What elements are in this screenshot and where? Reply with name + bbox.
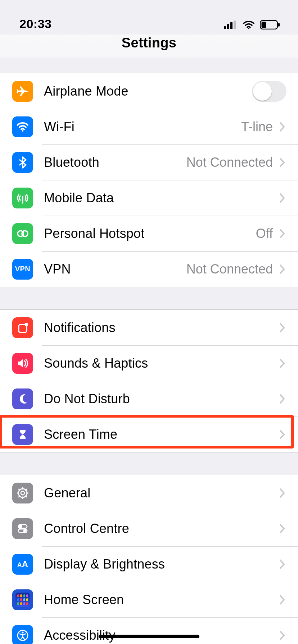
svg-point-4 — [248, 28, 249, 29]
chevron-right-icon — [278, 157, 286, 168]
row-value: Not Connected — [186, 262, 273, 277]
row-label: Control Centre — [44, 521, 129, 536]
chevron-right-icon — [278, 358, 286, 369]
row-label: Wi-Fi — [44, 119, 74, 134]
status-time: 20:33 — [19, 17, 51, 31]
row-label: Personal Hotspot — [44, 226, 144, 241]
chevron-right-icon — [278, 121, 286, 132]
hotspot-icon — [12, 223, 33, 244]
hourglass-icon — [12, 424, 33, 445]
row-label: Notifications — [44, 320, 116, 335]
chevron-right-icon — [278, 429, 286, 440]
row-mobile-data[interactable]: Mobile Data — [0, 180, 298, 216]
text-size-icon: AA — [12, 554, 33, 575]
svg-line-23 — [19, 496, 20, 497]
svg-point-30 — [22, 631, 23, 633]
switches-icon — [12, 518, 33, 539]
nav-bar: Settings — [0, 34, 298, 58]
row-screen-time[interactable]: Screen Time — [0, 417, 298, 452]
row-airplane-mode[interactable]: Airplane Mode — [0, 73, 298, 109]
notifications-icon — [12, 317, 33, 338]
row-control-centre[interactable]: Control Centre — [0, 511, 298, 546]
row-sounds-haptics[interactable]: Sounds & Haptics — [0, 345, 298, 381]
row-value: Off — [256, 226, 273, 241]
section-spacer — [0, 452, 298, 475]
chevron-right-icon — [278, 228, 286, 239]
status-indicators — [224, 20, 280, 31]
row-display-brightness[interactable]: AA Display & Brightness — [0, 546, 298, 582]
row-notifications[interactable]: Notifications — [0, 310, 298, 345]
moon-icon — [12, 388, 33, 409]
row-label: Screen Time — [44, 427, 117, 442]
chevron-right-icon — [278, 394, 286, 404]
svg-line-24 — [26, 489, 27, 490]
svg-rect-6 — [262, 22, 266, 28]
row-label: General — [44, 486, 90, 501]
svg-rect-3 — [234, 20, 236, 29]
settings-group-connectivity: Airplane Mode Wi-Fi T-line Bluetooth Not… — [0, 73, 298, 287]
wifi-status-icon — [243, 20, 255, 31]
row-general[interactable]: General — [0, 475, 298, 511]
svg-point-26 — [19, 525, 22, 527]
svg-point-14 — [24, 323, 28, 326]
speaker-icon — [12, 353, 33, 374]
row-do-not-disturb[interactable]: Do Not Disturb — [0, 381, 298, 417]
airplane-icon — [12, 81, 33, 102]
row-label: VPN — [44, 262, 71, 277]
svg-line-21 — [19, 489, 20, 490]
chevron-right-icon — [278, 193, 286, 203]
page-title: Settings — [122, 35, 176, 51]
settings-group-notifications: Notifications Sounds & Haptics Do Not Di… — [0, 310, 298, 452]
cellular-signal-icon — [224, 20, 238, 31]
row-value: T-line — [241, 119, 273, 134]
row-bluetooth[interactable]: Bluetooth Not Connected — [0, 144, 298, 180]
row-label: Airplane Mode — [44, 84, 128, 99]
section-spacer — [0, 287, 298, 310]
row-personal-hotspot[interactable]: Personal Hotspot Off — [0, 216, 298, 251]
row-wifi[interactable]: Wi-Fi T-line — [0, 109, 298, 144]
row-label: Do Not Disturb — [44, 391, 130, 406]
antenna-icon — [12, 188, 33, 208]
battery-icon — [260, 20, 280, 31]
chevron-right-icon — [278, 630, 286, 641]
chevron-right-icon — [278, 559, 286, 570]
settings-screen: 20:33 Settings Airplane Mode — [0, 0, 298, 644]
svg-line-22 — [26, 496, 27, 497]
wifi-icon — [12, 116, 33, 137]
chevron-right-icon — [278, 264, 286, 275]
gear-icon — [12, 483, 33, 503]
row-label: Mobile Data — [44, 190, 114, 206]
bluetooth-icon — [12, 152, 33, 173]
chevron-right-icon — [278, 594, 286, 605]
row-label: Sounds & Haptics — [44, 356, 148, 371]
section-spacer — [0, 58, 298, 73]
chevron-right-icon — [278, 523, 286, 534]
svg-rect-0 — [224, 26, 226, 29]
svg-point-28 — [24, 529, 26, 532]
chevron-right-icon — [278, 322, 286, 333]
svg-point-10 — [22, 196, 23, 197]
row-vpn[interactable]: VPN VPN Not Connected — [0, 251, 298, 287]
row-value: Not Connected — [186, 155, 273, 170]
row-home-screen[interactable]: Home Screen — [0, 582, 298, 617]
row-label: Display & Brightness — [44, 557, 165, 572]
settings-group-general: General Control Centre AA Display & Brig… — [0, 475, 298, 644]
row-accessibility[interactable]: Accessibility — [0, 617, 298, 644]
home-grid-icon — [12, 589, 33, 610]
accessibility-icon — [12, 625, 33, 644]
svg-rect-2 — [230, 22, 232, 29]
vpn-icon: VPN — [12, 259, 33, 280]
airplane-toggle[interactable] — [252, 81, 286, 102]
svg-rect-7 — [278, 23, 280, 27]
chevron-right-icon — [278, 488, 286, 498]
home-indicator[interactable] — [99, 635, 199, 638]
row-label: Home Screen — [44, 592, 124, 607]
svg-point-8 — [22, 130, 24, 132]
svg-rect-1 — [227, 24, 229, 29]
status-bar: 20:33 — [0, 0, 298, 34]
svg-point-16 — [21, 491, 24, 495]
row-label: Bluetooth — [44, 155, 99, 170]
